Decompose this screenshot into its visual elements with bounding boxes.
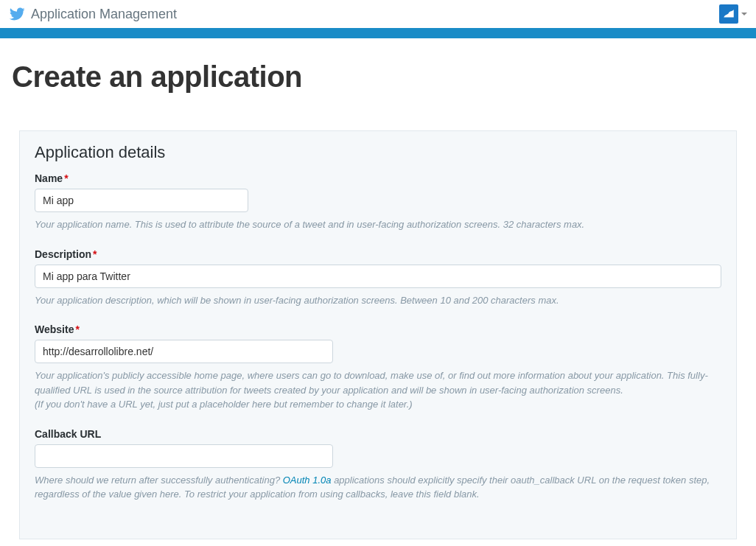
- description-help: Your application description, which will…: [35, 293, 721, 308]
- callback-help-before: Where should we return after successfull…: [35, 475, 283, 486]
- callback-label: Callback URL: [35, 428, 721, 440]
- name-input[interactable]: [35, 189, 248, 212]
- form-group-callback: Callback URL Where should we return afte…: [35, 428, 721, 502]
- twitter-bird-icon[interactable]: [9, 6, 25, 22]
- website-help: Your application's publicly accessible h…: [35, 368, 721, 412]
- name-label-text: Name: [35, 172, 63, 184]
- form-group-description: Description* Your application descriptio…: [35, 248, 721, 308]
- website-help-line2: (If you don't have a URL yet, just put a…: [35, 399, 413, 410]
- callback-help: Where should we return after successfull…: [35, 473, 721, 502]
- website-label-text: Website: [35, 323, 74, 335]
- required-asterisk: *: [75, 323, 79, 335]
- website-help-line1: Your application's publicly accessible h…: [35, 370, 708, 396]
- required-asterisk: *: [64, 172, 68, 184]
- page-title: Create an application: [12, 60, 744, 94]
- form-group-name: Name* Your application name. This is use…: [35, 172, 721, 232]
- description-label-text: Description: [35, 248, 91, 260]
- callback-input[interactable]: [35, 444, 333, 468]
- topbar: Application Management: [0, 0, 756, 28]
- application-details-panel: Application details Name* Your applicati…: [19, 130, 737, 539]
- name-label: Name*: [35, 172, 721, 184]
- page-content: Create an application Application detail…: [0, 38, 756, 539]
- panel-heading: Application details: [35, 143, 721, 162]
- form-group-website: Website* Your application's publicly acc…: [35, 323, 721, 412]
- topbar-title[interactable]: Application Management: [31, 7, 177, 22]
- website-label: Website*: [35, 323, 721, 335]
- description-input[interactable]: [35, 265, 721, 288]
- website-input[interactable]: [35, 340, 333, 363]
- avatar: [719, 4, 738, 24]
- header-accent-bar: [0, 28, 756, 38]
- chevron-down-icon: [741, 13, 747, 15]
- required-asterisk: *: [93, 248, 97, 260]
- description-label: Description*: [35, 248, 721, 260]
- oauth-link[interactable]: OAuth 1.0a: [283, 475, 332, 486]
- user-menu[interactable]: [719, 4, 747, 24]
- topbar-left: Application Management: [9, 6, 177, 22]
- callback-label-text: Callback URL: [35, 428, 101, 440]
- name-help: Your application name. This is used to a…: [35, 217, 721, 232]
